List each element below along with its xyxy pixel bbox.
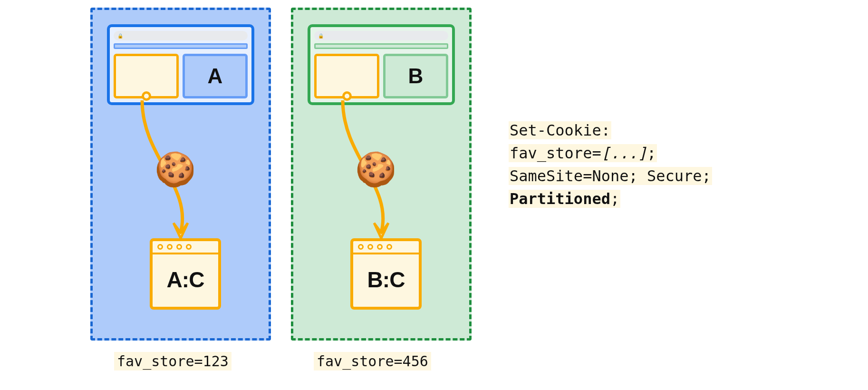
top-site-pane-b: B [383,54,448,98]
embedded-frame-a [114,54,179,98]
jar-dot-icon [367,244,373,250]
jar-label-a: A:C [153,254,218,305]
embedded-frame-b [314,54,379,98]
jar-dot-icon [358,244,364,250]
browser-a: 🔒 A [107,24,254,105]
browser-toolbar [114,43,248,49]
jar-dot-icon [167,244,173,250]
top-site-pane-a: A [183,54,248,98]
browser-b: 🔒 B [308,24,455,105]
browser-panes: B [314,54,448,98]
address-bar: 🔒 [114,31,248,40]
site-label-a: A [208,64,223,88]
jar-dot-icon [386,244,392,250]
caption-b: fav_store=456 [314,352,431,370]
connection-dot-icon [142,91,151,101]
partition-a: 🔒 A 🍪 A:C [90,8,271,341]
lock-icon: 🔒 [318,33,324,39]
address-bar: 🔒 [314,31,448,40]
jar-dot-icon [186,244,192,250]
code-line-1: Set-Cookie: [509,119,712,142]
partition-b: 🔒 B 🍪 B:C [291,8,472,341]
browser-panes: A [114,54,248,98]
cookie-jar-a: A:C [150,238,221,310]
cookie-icon: 🍪 [154,153,196,186]
set-cookie-code: Set-Cookie: fav_store=[...]; SameSite=No… [509,119,712,210]
code-line-3: SameSite=None; Secure; [509,165,712,187]
jar-label-b: B:C [353,254,419,305]
code-line-4: Partitioned; [509,187,712,210]
jar-header [153,241,218,254]
browser-toolbar [314,43,448,49]
lock-icon: 🔒 [117,33,123,39]
jar-dot-icon [176,244,182,250]
cookie-jar-b: B:C [350,238,422,310]
cookie-icon: 🍪 [355,153,396,186]
jar-header [353,241,419,254]
caption-a: fav_store=123 [114,352,231,370]
jar-dot-icon [377,244,383,250]
site-label-b: B [408,64,424,88]
jar-dot-icon [157,244,163,250]
connection-dot-icon [342,91,352,101]
code-line-2: fav_store=[...]; [509,142,712,165]
